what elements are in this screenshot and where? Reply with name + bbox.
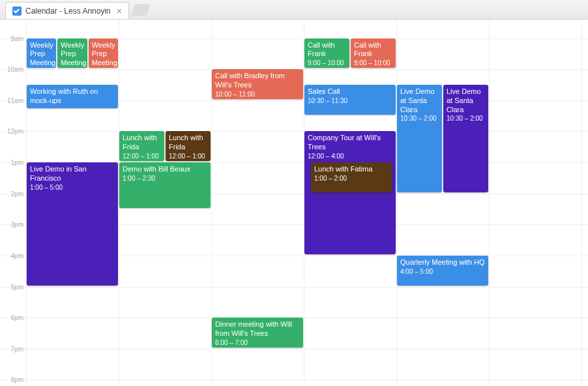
- close-icon[interactable]: ×: [117, 7, 122, 16]
- event-time: 10:00 – 11:00: [215, 91, 300, 99]
- calendar-event[interactable]: Company Tour at Will's Trees12:00 – 4:00…: [304, 131, 396, 254]
- calendar-event[interactable]: Live Demo at Santa Clara10:30 – 2:00: [397, 85, 442, 192]
- calendar-event[interactable]: Lunch with Frida12:00 – 1:00: [119, 131, 164, 161]
- event-title: Live Demo at Santa Clara: [400, 87, 439, 114]
- event-title: Sales Call: [308, 87, 392, 96]
- time-label: 9am: [11, 35, 23, 42]
- time-label: 6pm: [11, 314, 23, 321]
- event-title: Working with Ruth on mock-ups: [30, 87, 115, 106]
- calendar-event[interactable]: Live Demo at Santa Clara10:30 – 2:00: [443, 85, 488, 192]
- event-title: Live Demo at Santa Clara: [447, 87, 485, 114]
- time-label: 1pm: [11, 159, 23, 166]
- tab-title: Calendar - Less Annoyin: [25, 7, 111, 16]
- calendar-event[interactable]: Quarterly Meeting with HQ4:00 – 5:00: [397, 256, 488, 286]
- time-label: 7pm: [11, 345, 23, 352]
- time-label: 12pm: [7, 128, 23, 135]
- event-title: Live Demo in San Francisco: [30, 165, 115, 183]
- calendar-event[interactable]: Call with Frank9:00 – 10:00: [351, 38, 396, 68]
- calendar-event[interactable]: Weekly Prep Meeting9:00 –: [89, 38, 118, 68]
- time-column: 9am10am11am12pm1pm2pm3pm4pm5pm6pm7pm8pm: [0, 20, 26, 386]
- event-title: Lunch with Frida: [123, 134, 161, 152]
- event-time: 1:00 – 5:00: [30, 184, 115, 192]
- calendar-event[interactable]: Call with Bradley from Will's Trees10:00…: [212, 69, 303, 99]
- event-title: Dinner meeting with Will from Will's Tre…: [215, 320, 300, 338]
- new-tab-button[interactable]: [131, 4, 151, 16]
- event-title: Demo with Bill Beaux: [123, 165, 207, 174]
- event-title: Weekly Prep Meeting: [61, 41, 83, 68]
- calendar-event[interactable]: Call with Frank9:00 – 10:00: [304, 38, 349, 68]
- time-label: 4pm: [11, 252, 23, 259]
- event-time: 4:00 – 5:00: [400, 268, 485, 276]
- event-title: Call with Frank: [354, 41, 392, 59]
- calendar-event[interactable]: Lunch with Frida12:00 – 1:00: [166, 131, 211, 161]
- calendar-event[interactable]: Dinner meeting with Will from Will's Tre…: [212, 318, 303, 348]
- grid-day-line: [581, 20, 582, 386]
- grid-hour-line: [0, 349, 588, 349]
- event-title: Weekly Prep Meeting: [30, 41, 53, 68]
- grid-hour-line: [0, 287, 588, 288]
- event-time: 1:00 – 2:30: [123, 175, 207, 183]
- event-title: Company Tour at Will's Trees: [308, 134, 392, 152]
- event-time: 10:30 – 2:00: [400, 115, 439, 123]
- event-title: Call with Frank: [308, 41, 346, 59]
- event-title: Quarterly Meeting with HQ: [400, 258, 485, 267]
- grid-hour-line: [0, 131, 588, 132]
- time-label: 8pm: [11, 376, 23, 383]
- event-time: 9:00 – 10:00: [308, 59, 346, 68]
- time-label: 10am: [7, 66, 23, 73]
- grid-day-line: [489, 20, 490, 386]
- calendar: 9am10am11am12pm1pm2pm3pm4pm5pm6pm7pm8pm …: [0, 20, 588, 386]
- event-time: 1:00 – 2:00: [314, 175, 389, 183]
- calendar-event[interactable]: Demo with Bill Beaux1:00 – 2:30: [119, 162, 211, 207]
- calendar-event-nested[interactable]: Lunch with Fatima1:00 – 2:00: [311, 162, 392, 192]
- event-title: Weekly Prep Meeting: [92, 41, 115, 68]
- event-time: 9:00 – 10:00: [354, 59, 392, 68]
- time-label: 3pm: [11, 221, 23, 228]
- event-time: 10:30 – 2:00: [447, 115, 485, 123]
- calendar-event[interactable]: Working with Ruth on mock-ups: [27, 85, 118, 108]
- browser-tab[interactable]: Calendar - Less Annoyin ×: [5, 2, 129, 19]
- event-time: 6:00 – 7:00: [215, 339, 300, 348]
- browser-tab-bar: Calendar - Less Annoyin ×: [0, 0, 588, 20]
- grid-day-line: [396, 20, 397, 386]
- calendar-event[interactable]: Sales Call10:30 – 11:30: [304, 85, 396, 115]
- calendar-event[interactable]: Weekly Prep Meeting9:00 –: [27, 38, 56, 68]
- event-time: 10:30 – 11:30: [308, 97, 392, 106]
- time-label: 5pm: [11, 283, 23, 290]
- grid-hour-line: [0, 379, 588, 380]
- calendar-event[interactable]: Weekly Prep Meeting9:00 –: [57, 38, 87, 68]
- time-label: 11am: [7, 96, 23, 104]
- event-title: Call with Bradley from Will's Trees: [215, 72, 300, 90]
- time-label: 2pm: [11, 190, 23, 197]
- event-time: 12:00 – 1:00: [169, 153, 207, 161]
- event-time: 12:00 – 4:00: [308, 153, 392, 161]
- event-time: 12:00 – 1:00: [123, 153, 161, 161]
- calendar-event[interactable]: Live Demo in San Francisco1:00 – 5:00: [27, 162, 118, 286]
- grid-hour-line: [0, 38, 588, 39]
- app-icon: [12, 7, 22, 16]
- event-title: Lunch with Fatima: [314, 165, 389, 174]
- event-title: Lunch with Frida: [169, 134, 207, 152]
